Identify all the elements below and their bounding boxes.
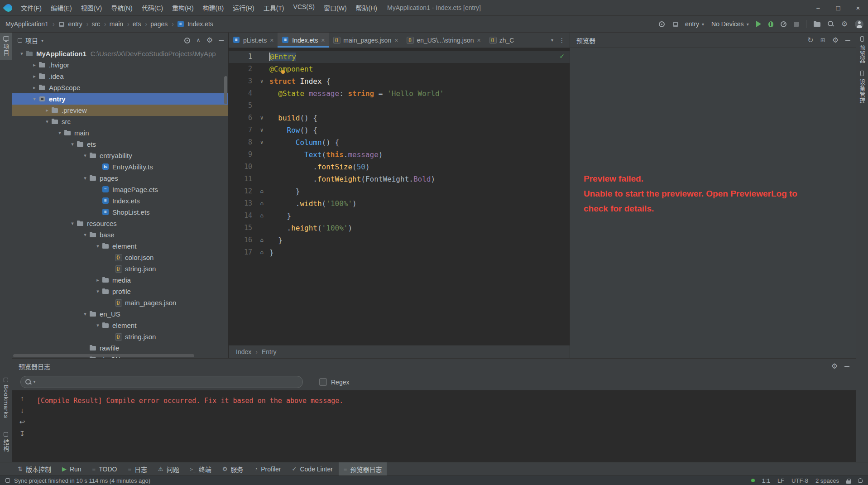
fold-marker-icon[interactable] [254, 100, 269, 112]
user-avatar[interactable] [855, 20, 863, 29]
code-line[interactable]: 13⌂ .width('100%') [229, 197, 570, 210]
line-number[interactable]: 9 [229, 149, 254, 161]
fold-marker-icon[interactable]: ∨ [254, 75, 269, 87]
tool-window-tab[interactable]: 服务 [217, 462, 249, 475]
target-icon[interactable] [659, 21, 665, 27]
breadcrumb-item[interactable]: main [101, 20, 124, 28]
code-line[interactable]: 6∨ build() { [229, 112, 570, 124]
code-text[interactable]: } [269, 234, 283, 246]
tree-chevron-icon[interactable] [81, 232, 89, 238]
locate-file-icon[interactable] [184, 38, 190, 43]
tree-row[interactable]: string.json [12, 263, 228, 274]
line-number[interactable]: 8 [229, 136, 254, 149]
fold-marker-icon[interactable] [254, 63, 269, 75]
code-line[interactable]: 17⌂} [229, 246, 570, 259]
minimize-button[interactable]: − [808, 0, 828, 15]
read-lock-icon[interactable] [846, 480, 851, 483]
settings-gear-icon[interactable]: ⚙ [841, 20, 848, 28]
fold-marker-icon[interactable] [254, 149, 269, 161]
code-text[interactable]: .fontWeight(FontWeight.Bold) [269, 173, 435, 185]
fold-marker-icon[interactable] [254, 87, 269, 100]
tree-row[interactable]: entry [12, 93, 228, 105]
tree-row[interactable]: entryability [12, 150, 228, 161]
code-text[interactable]: @Component [269, 63, 313, 75]
tree-chevron-icon[interactable] [30, 85, 38, 91]
code-text[interactable]: } [269, 210, 291, 222]
tool-window-tab[interactable]: 日志 [123, 462, 152, 475]
soft-wrap-icon[interactable]: ↩ [19, 418, 25, 426]
module-selector[interactable]: entry ▾ [672, 20, 704, 28]
tab-close-icon[interactable]: × [394, 37, 398, 44]
code-line[interactable]: 3∨struct Index { [229, 75, 570, 87]
code-line[interactable]: 1@Entry [229, 51, 570, 63]
tree-row[interactable]: media [12, 274, 228, 286]
tab-close-icon[interactable]: × [270, 37, 273, 44]
menu-item[interactable]: 构建(B) [199, 1, 228, 14]
chevron-down-icon[interactable]: ▾ [41, 38, 43, 43]
code-line[interactable]: 9 Text(this.message) [229, 149, 570, 161]
code-text[interactable]: } [269, 185, 300, 197]
fold-marker-icon[interactable]: ∨ [254, 112, 269, 124]
fold-marker-icon[interactable]: ⌂ [254, 197, 269, 210]
menu-item[interactable]: 视图(V) [77, 1, 106, 14]
tree-chevron-icon[interactable] [43, 107, 51, 113]
fold-marker-icon[interactable]: ⌂ [254, 210, 269, 222]
code-editor[interactable]: 1@Entry2@Component3∨struct Index {4 @Sta… [229, 48, 570, 345]
code-text[interactable]: @Entry [269, 51, 296, 63]
tree-chevron-icon[interactable] [30, 96, 38, 102]
code-line[interactable]: 10 .fontSize(50) [229, 161, 570, 173]
hidden-tabs-chevron-icon[interactable]: ▾ [551, 38, 553, 43]
tool-window-tab[interactable]: 问题 [153, 462, 184, 475]
tree-vertical-scrollbar[interactable] [224, 76, 227, 104]
tree-chevron-icon[interactable] [81, 175, 89, 181]
debug-button[interactable] [768, 21, 773, 27]
tree-chevron-icon[interactable] [81, 311, 89, 317]
breadcrumb-item[interactable]: MyApplication1 [5, 20, 49, 28]
notifications-icon[interactable] [858, 478, 863, 483]
fold-marker-icon[interactable]: ∨ [254, 136, 269, 149]
tree-chevron-icon[interactable] [81, 153, 89, 158]
tree-row[interactable]: resources [12, 218, 228, 229]
menu-item[interactable]: 文件(F) [17, 1, 46, 14]
status-message[interactable]: Sync project finished in 10 s 114 ms (4 … [14, 477, 150, 484]
line-number[interactable]: 12 [229, 185, 254, 197]
code-line[interactable]: 4 @State message: string = 'Hello World' [229, 87, 570, 100]
tree-chevron-icon[interactable] [68, 221, 77, 226]
scroll-to-end-icon[interactable]: ↧ [19, 430, 25, 437]
code-line[interactable]: 12⌂ } [229, 185, 570, 197]
profile-button[interactable] [781, 21, 786, 27]
tree-row[interactable]: string.json [12, 331, 228, 342]
code-line[interactable]: 7∨ Row() { [229, 124, 570, 136]
search-icon[interactable] [25, 379, 32, 385]
arrow-up-icon[interactable]: ↑ [20, 395, 24, 402]
tree-horizontal-scrollbar[interactable] [13, 354, 194, 357]
sidebar-item-project[interactable]: 项目 [0, 33, 12, 60]
editor-tab[interactable]: en_US\...\string.json × [402, 33, 484, 48]
tree-chevron-icon[interactable] [94, 243, 102, 249]
tree-row[interactable]: ets [12, 139, 228, 150]
code-text[interactable]: @State message: string = 'Hello World' [269, 87, 444, 100]
line-number[interactable]: 11 [229, 173, 254, 185]
close-button[interactable]: × [848, 0, 868, 15]
panel-settings-icon[interactable]: ⚙ [206, 37, 213, 44]
device-selector[interactable]: No Devices ▾ [711, 20, 749, 28]
code-line[interactable]: 11 .fontWeight(FontWeight.Bold) [229, 173, 570, 185]
code-line[interactable]: 2@Component [229, 63, 570, 75]
line-number[interactable]: 6 [229, 112, 254, 124]
tree-chevron-icon[interactable] [68, 141, 77, 147]
editor-tab[interactable]: pList.ets × [229, 33, 278, 48]
line-number[interactable]: 16 [229, 234, 254, 246]
fold-marker-icon[interactable]: ⌂ [254, 185, 269, 197]
line-number[interactable]: 1 [229, 51, 254, 63]
tree-row[interactable]: .hvigor [12, 59, 228, 71]
tool-window-tab[interactable]: 终端 [185, 462, 216, 475]
code-line[interactable]: 5 [229, 100, 570, 112]
breadcrumb-item[interactable]: pages [142, 20, 168, 28]
arrow-down-icon[interactable]: ↓ [20, 407, 24, 414]
tree-chevron-icon[interactable] [18, 51, 26, 57]
tree-row[interactable]: color.json [12, 252, 228, 263]
device-manager-icon[interactable] [814, 21, 820, 27]
tree-chevron-icon[interactable] [43, 119, 51, 125]
line-number[interactable]: 14 [229, 210, 254, 222]
tree-row[interactable]: main_pages.json [12, 297, 228, 308]
